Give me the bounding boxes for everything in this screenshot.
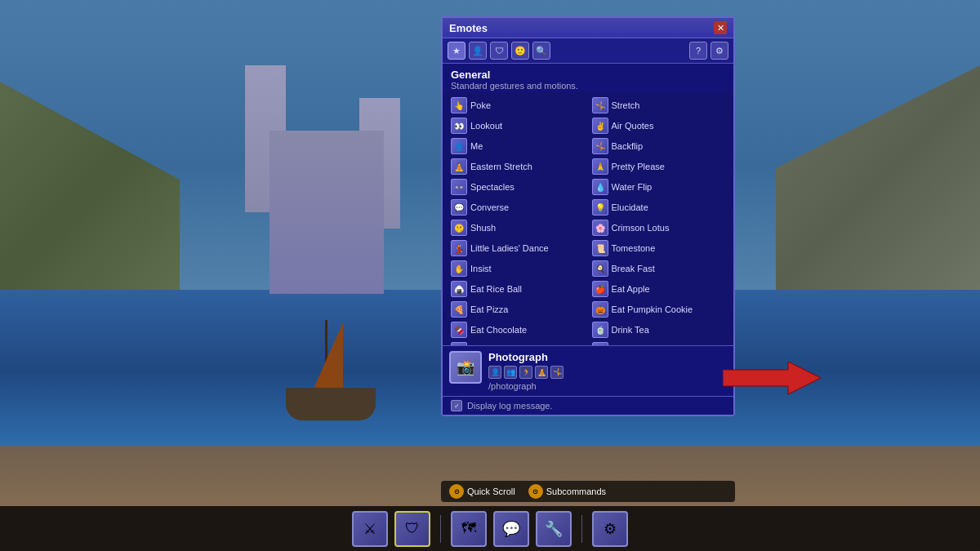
emote-item[interactable]: 🌸Crimson Lotus [589,218,729,238]
emote-name: Break Fast [612,264,655,273]
emote-icon: 🍙 [451,281,467,297]
emote-item[interactable]: 📜Tomestone [589,238,729,258]
window-footer: ✓ Display log message. [443,396,733,415]
emote-item[interactable]: 💃Little Ladies' Dance [448,238,588,258]
emote-icon: 🍎 [592,281,608,297]
close-button[interactable]: ✕ [714,21,727,34]
emote-name: Crimson Lotus [612,223,670,233]
castle-body [270,131,384,294]
emote-item[interactable]: 🧘Eastern Stretch [448,157,588,176]
emote-icon: 🍕 [451,301,467,318]
emote-name: Lookout [470,121,502,131]
emote-item[interactable]: 💡Elucidate [589,198,729,217]
emote-name: Air Quotes [612,121,654,131]
star-icon[interactable]: ★ [448,42,466,60]
emote-icon: ✌ [592,118,608,134]
emote-item[interactable]: 💧Water Flip [589,177,729,197]
window-title: Emotes [449,22,488,34]
emote-item[interactable]: ✌Air Quotes [589,116,729,136]
detail-info: Photograph 👤 👥 🏃 🧘 🤸 /photograph [488,351,727,391]
emote-icon: 🍫 [451,322,467,338]
emote-name: Backflip [612,141,644,151]
emote-item[interactable]: 🍵Drink Tea [589,320,729,340]
emote-name: Poke [470,100,491,110]
emote-item[interactable]: 🤸Backflip [589,136,729,156]
emote-icon: 👀 [451,118,467,134]
castle [245,49,408,294]
emote-name: Pretty Please [612,162,665,171]
emote-item[interactable]: 💬Converse [448,198,588,217]
window-toolbar: ★ 👤 🛡 🙂 🔍 ? ⚙ [443,38,733,64]
emote-item[interactable]: 🍙Eat Rice Ball [448,279,588,299]
taskbar-icon-4[interactable]: 💬 [493,511,529,547]
settings-icon[interactable]: ⚙ [710,42,728,60]
category-header: General Standard gestures and motions. [443,64,733,92]
emote-item[interactable]: 👀Lookout [448,116,588,136]
footer-label: Display log message. [467,401,553,411]
emote-item[interactable]: 👓Spectacles [448,177,588,197]
taskbar-icon-2[interactable]: 🛡 [394,511,430,547]
emote-item[interactable]: 🍫Eat Chocolate [448,320,588,340]
detail-command: /photograph [488,381,727,391]
taskbar-icon-3[interactable]: 🗺 [451,511,487,547]
emote-name: Eat Apple [612,284,650,294]
emote-icon: 📜 [592,240,608,256]
emote-item[interactable]: 🍕Eat Pizza [448,300,588,319]
detail-icon: 📸 [449,351,482,384]
face-icon[interactable]: 🙂 [511,42,529,60]
emote-item[interactable]: ✋Insist [448,259,588,278]
emote-icon: 🤫 [451,220,467,236]
quick-scroll-button[interactable]: ⊙ [449,484,464,499]
sub-icon-4: 🧘 [535,366,548,379]
emote-icon: 🙏 [592,158,608,175]
ship [278,322,384,420]
emote-name: Drink Tea [612,325,649,335]
emote-name: Eat Pizza [470,304,508,314]
emote-icon: 👓 [451,179,467,195]
emote-item[interactable]: 👆Poke [448,96,588,115]
window-titlebar: Emotes ✕ [443,18,733,38]
emote-item[interactable]: 🎃Eat Pumpkin Cookie [589,300,729,319]
taskbar-icon-5[interactable]: 🔧 [536,511,572,547]
emote-name: Stretch [612,100,640,110]
emote-icon: 💧 [592,179,608,195]
sub-icon-1: 👤 [488,366,501,379]
shield-icon[interactable]: 🛡 [490,42,508,60]
emote-icon: 🌸 [592,220,608,236]
taskbar-divider-1 [440,515,441,543]
taskbar-icon-6[interactable]: ⚙ [592,511,628,547]
emote-item[interactable]: 👤Me [448,136,588,156]
bottom-bar: ⊙ Quick Scroll ⊙ Subcommands [441,481,735,502]
checkbox-icon[interactable]: ✓ [451,400,462,411]
emote-item[interactable]: 🤫Shush [448,218,588,238]
taskbar-icon-1[interactable]: ⚔ [352,511,388,547]
emote-name: Converse [470,202,509,212]
search-icon[interactable]: 🔍 [532,42,550,60]
emote-icon: 👤 [451,138,467,154]
emote-name: Shush [470,223,496,233]
toolbar-right: ? ⚙ [689,42,728,60]
emote-item[interactable]: 📋Reference [589,340,729,345]
emote-icon: 📋 [592,342,608,345]
emote-item[interactable]: 🍎Eat Apple [589,279,729,299]
emote-item[interactable]: 🤸Stretch [589,96,729,115]
emote-item[interactable]: 🍳Break Fast [589,259,729,278]
subcommands-item: ⊙ Subcommands [528,484,606,499]
emote-name: Water Flip [612,182,653,192]
taskbar: ⚔ 🛡 🗺 💬 🔧 ⚙ [0,506,980,551]
toolbar-icons: ★ 👤 🛡 🙂 🔍 [448,42,550,60]
emote-icon: 🧘 [451,158,467,175]
emote-name: Insist [470,264,492,273]
emote-name: Eat Chocolate [470,325,527,335]
taskbar-divider-2 [581,515,582,543]
emote-icon: 🍵 [592,322,608,338]
person-icon[interactable]: 👤 [469,42,487,60]
emote-icon: 👆 [451,97,467,113]
emote-item[interactable]: 📖Read [448,340,588,345]
subcommands-button[interactable]: ⊙ [528,484,543,499]
quick-scroll-item: ⊙ Quick Scroll [449,484,515,499]
ship-sail [310,322,343,396]
emote-item[interactable]: 🙏Pretty Please [589,157,729,176]
detail-name: Photograph [488,351,727,363]
help-icon[interactable]: ? [689,42,707,60]
